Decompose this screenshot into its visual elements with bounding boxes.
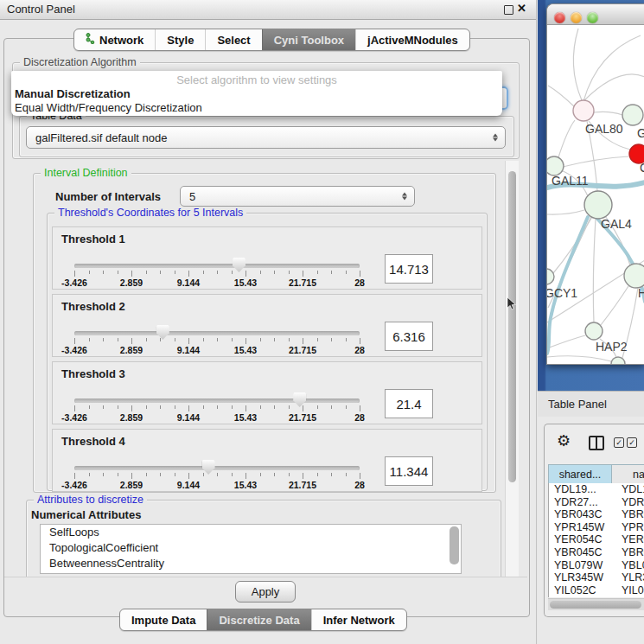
network-node-gal4[interactable] [584,191,612,219]
attribute-item-selfloops[interactable]: SelfLoops [41,525,461,540]
mac-close-button[interactable] [554,12,565,23]
dropdown-option-equal-width[interactable]: Equal Width/Frequency Discretization [15,101,202,114]
vertical-scrollbar[interactable] [505,161,519,577]
dropdown-option-manual[interactable]: Manual Discretization [15,87,131,100]
tab-label: jActiveMNodules [367,34,458,47]
tab-label: Discretize Data [219,614,299,627]
major-tick [131,473,132,479]
major-tick [188,338,189,344]
tab-impute-data[interactable]: Impute Data [120,609,207,630]
slider-track[interactable] [74,399,360,403]
network-edge [553,217,592,273]
minor-tick [175,473,175,476]
minor-tick [175,271,175,274]
table-data-combobox[interactable]: galFiltered.sif default node [26,126,506,149]
tick-label: 2.859 [111,412,152,423]
minor-tick [217,338,218,341]
minor-tick [274,338,275,341]
scrollbar-thumb[interactable] [550,601,641,609]
slider-track[interactable] [74,264,360,268]
slider-thumb[interactable] [156,325,169,340]
major-tick [303,271,303,277]
minor-tick [317,473,318,476]
network-canvas[interactable]: GAL80GACGAL11GAL4GCY1HHAP2 [547,25,644,364]
network-node[interactable] [611,357,625,364]
close-icon[interactable]: ✕ [517,2,526,15]
group-title: Interval Definition [41,167,131,179]
network-node-h[interactable] [624,264,644,288]
threshold-panel-2: Threshold 2-3.4262.8599.14415.4321.71528… [52,294,482,357]
cell-name: YBR0 [616,508,644,521]
column-header-name[interactable]: na [612,465,644,484]
threshold-value-field[interactable]: 11.344 [385,456,433,486]
network-window-titlebar[interactable] [547,4,644,25]
tab-network[interactable]: Network [74,29,155,50]
network-edge [547,356,611,361]
tab-discretize-data[interactable]: Discretize Data [207,609,310,630]
threshold-value-field[interactable]: 6.316 [385,322,433,351]
threshold-value-field[interactable]: 14.713 [385,254,433,284]
network-node-gal80[interactable] [573,100,594,121]
attribute-item-betweennesscentrality[interactable]: BetweennessCentrality [41,556,461,571]
mac-minimize-button[interactable] [571,12,582,23]
threshold-value-field[interactable]: 21.4 [385,389,433,418]
apply-button[interactable]: Apply [235,581,296,603]
cell-name: YPR1 [616,521,644,534]
network-node-ga[interactable] [622,105,643,125]
gear-icon[interactable]: ⚙ [557,431,571,450]
minor-tick [289,473,290,476]
major-tick [303,405,303,411]
minor-tick [346,338,347,341]
slider-track[interactable] [74,331,360,335]
attribute-item-topologicalcoefficient[interactable]: TopologicalCoefficient [41,540,461,556]
network-node-hap2[interactable] [585,322,603,340]
table-row[interactable]: YBR045CYBR0 [549,546,644,559]
minor-tick [89,405,90,409]
horizontal-scrollbar[interactable] [548,598,644,610]
split-columns-icon[interactable] [589,436,604,450]
tab-infer-network[interactable]: Infer Network [311,609,406,630]
numerical-attributes-list[interactable]: SelfLoopsTopologicalCoefficientBetweenne… [40,524,462,574]
list-scrollbar[interactable] [450,526,459,564]
checkbox-icon[interactable]: ✓ [614,437,624,448]
tab-style[interactable]: Style [155,29,205,50]
minor-tick [160,473,161,476]
major-tick [74,473,75,479]
slider-track[interactable] [74,466,360,470]
network-edge [601,286,628,325]
scrollbar-thumb[interactable] [508,171,516,482]
threshold-label: Threshold 1 [61,233,125,245]
major-tick [188,271,189,277]
network-node-gcy1[interactable] [547,269,554,284]
major-tick [245,473,246,479]
table-row[interactable]: YER054CYER0 [549,533,644,546]
major-tick [131,338,132,344]
slider-thumb[interactable] [202,460,215,475]
checkbox-icon[interactable]: ✓ [627,437,637,448]
table-row[interactable]: YPR145WYPR1 [549,521,644,534]
tick-label: 21.715 [282,345,323,355]
mac-zoom-button[interactable] [587,12,598,23]
table-frame: ⚙ ✓ ✓ shared... na YDL19...YDL1YDR27...Y… [544,424,644,617]
table-row[interactable]: YBL079WYBL0 [549,559,644,572]
tab-select[interactable]: Select [205,29,261,50]
major-tick [303,473,303,479]
tab-label: Impute Data [131,614,195,627]
column-header-shared[interactable]: shared... [549,465,612,484]
num-intervals-combobox[interactable]: 5 [180,186,415,207]
tab-cyni-toolbox[interactable]: Cyni Toolbox [262,29,355,50]
tab-jactivemnodules[interactable]: jActiveMNodules [355,29,469,50]
minor-tick [331,473,332,476]
table-row[interactable]: YBR043CYBR0 [549,508,644,521]
slider-thumb[interactable] [233,258,245,272]
minor-tick [217,473,218,476]
minor-tick [146,405,147,409]
table-row[interactable]: YIL052CYIL0 [549,584,644,597]
network-node-gal11[interactable] [547,156,564,175]
tick-label: 9.144 [168,345,209,355]
float-icon[interactable] [504,5,513,15]
table-row[interactable]: YDR27...YDR2 [549,496,644,509]
slider-thumb[interactable] [293,392,306,407]
table-row[interactable]: YDL19...YDL1 [549,483,644,496]
table-row[interactable]: YLR345WYLR3 [549,571,644,584]
